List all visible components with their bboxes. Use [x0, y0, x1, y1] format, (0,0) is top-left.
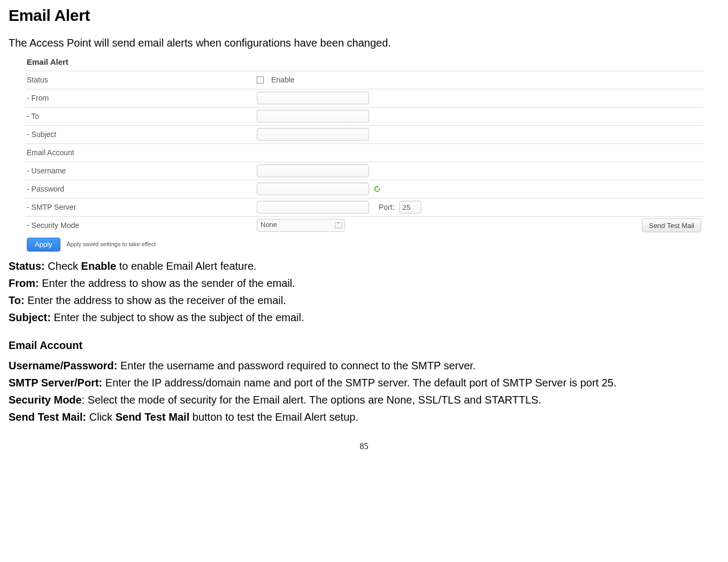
subject-input[interactable] [257, 128, 369, 141]
to-label: - To [27, 111, 257, 122]
desc-security: Security Mode: Select the mode of securi… [9, 392, 719, 408]
port-input[interactable] [399, 201, 422, 214]
desc-status: Status: Check Enable to enable Email Ale… [9, 258, 719, 274]
port-label: Port: [379, 202, 395, 213]
row-username: - Username [25, 162, 703, 180]
description-block: Status: Check Enable to enable Email Ale… [9, 258, 719, 425]
row-password: - Password [25, 180, 703, 198]
section-email-account: Email Account [9, 337, 719, 353]
row-from: - From [25, 89, 703, 107]
row-status: Status Enable [25, 71, 703, 89]
security-mode-value: None [260, 221, 277, 229]
password-input[interactable] [257, 183, 369, 195]
row-to: - To [25, 107, 703, 125]
refresh-icon[interactable] [373, 185, 381, 193]
apply-hint: Apply saved settings to take effect [67, 240, 156, 249]
page-title: Email Alert [9, 3, 719, 27]
email-alert-panel: Email Alert Status Enable - From - To - … [25, 54, 703, 253]
security-mode-select[interactable]: None ˅ [257, 219, 345, 232]
status-label: Status [27, 74, 257, 86]
password-label: - Password [27, 184, 257, 195]
desc-from: From: Enter the address to show as the s… [9, 275, 719, 291]
from-input[interactable] [257, 92, 369, 104]
email-account-label: Email Account [27, 147, 257, 158]
enable-label: Enable [271, 74, 295, 86]
panel-heading: Email Alert [25, 54, 703, 71]
from-label: - From [27, 93, 257, 104]
send-test-mail-button[interactable]: Send Test Mail [642, 218, 701, 232]
username-input[interactable] [257, 164, 369, 177]
smtp-server-input[interactable] [257, 201, 369, 214]
enable-checkbox[interactable] [257, 77, 264, 83]
apply-button[interactable]: Apply [27, 238, 60, 252]
row-email-account: Email Account [25, 143, 703, 162]
subject-label: - Subject [27, 129, 257, 140]
smtp-label: - SMTP Server [27, 202, 257, 213]
desc-username-password: Username/Password: Enter the username an… [9, 358, 719, 374]
desc-status-bold: Status: [9, 260, 45, 272]
to-input[interactable] [257, 110, 369, 123]
row-security: - Security Mode None ˅ Send Test Mail [25, 216, 703, 234]
security-label: - Security Mode [27, 220, 257, 231]
username-label: - Username [27, 165, 257, 177]
page-number: 85 [9, 440, 719, 453]
desc-send-test: Send Test Mail: Click Send Test Mail but… [9, 409, 719, 425]
apply-row: Apply Apply saved settings to take effec… [25, 234, 703, 253]
desc-to: To: Enter the address to show as the rec… [9, 292, 719, 308]
intro-text: The Access Point will send email alerts … [9, 35, 719, 51]
chevron-down-icon: ˅ [335, 222, 342, 229]
desc-subject: Subject: Enter the subject to show as th… [9, 309, 719, 325]
row-smtp: - SMTP Server Port: [25, 198, 703, 216]
row-subject: - Subject [25, 125, 703, 143]
desc-smtp: SMTP Server/Port: Enter the IP address/d… [9, 375, 719, 391]
